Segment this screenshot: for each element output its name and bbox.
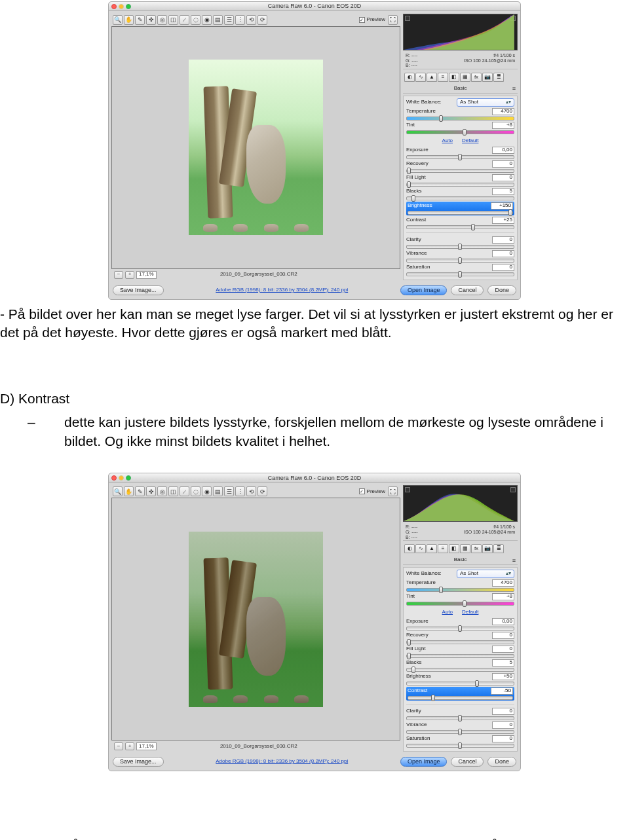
default-link[interactable]: Default xyxy=(462,609,478,616)
tab-fx-icon[interactable]: fx xyxy=(471,73,482,82)
zoom-tool-icon[interactable]: 🔍 xyxy=(113,15,123,25)
wb-eyedropper-icon[interactable]: ✎ xyxy=(135,486,145,496)
panel-menu-icon[interactable]: ≡ xyxy=(512,84,516,92)
fullscreen-icon[interactable]: ⛶ xyxy=(388,15,398,25)
wb-eyedropper-icon[interactable]: ✎ xyxy=(135,15,145,25)
zoom-out-button[interactable]: − xyxy=(114,271,123,279)
clarity-slider[interactable]: Clarity0 xyxy=(406,708,514,720)
zoom-tool-icon[interactable]: 🔍 xyxy=(113,486,123,496)
workflow-link[interactable]: Adobe RGB (1998): 8 bit: 2336 by 3504 (8… xyxy=(164,287,400,294)
tint-slider[interactable]: Tint+8 xyxy=(406,122,514,134)
open-image-button[interactable]: Open Image xyxy=(400,757,448,767)
filllight-value[interactable]: 0 xyxy=(492,646,514,653)
saturation-slider[interactable]: Saturation0 xyxy=(406,735,514,748)
brightness-slider-highlighted[interactable]: Brightness+150 xyxy=(406,202,514,215)
wb-select[interactable]: As Shot▴▾ xyxy=(457,98,514,107)
temperature-slider[interactable]: Temperature4700 xyxy=(406,108,514,120)
rotate-cw-icon[interactable]: ⟳ xyxy=(257,486,267,496)
blacks-slider[interactable]: Blacks5 xyxy=(406,188,514,200)
clarity-slider[interactable]: Clarity0 xyxy=(406,236,514,249)
hand-tool-icon[interactable]: ✋ xyxy=(124,486,134,496)
exposure-value[interactable]: 0,00 xyxy=(492,147,514,154)
vibrance-value[interactable]: 0 xyxy=(492,250,514,257)
prefs-icon[interactable]: ⋮ xyxy=(235,15,245,25)
tab-presets-icon[interactable]: ≣ xyxy=(493,73,504,82)
target-adjust-icon[interactable]: ◎ xyxy=(157,486,167,496)
tab-detail-icon[interactable]: ▲ xyxy=(427,73,437,82)
tab-presets-icon[interactable]: ≣ xyxy=(493,544,504,553)
temperature-value[interactable]: 4700 xyxy=(492,108,514,115)
brightness-value[interactable]: +50 xyxy=(492,673,514,680)
save-image-button[interactable]: Save Image... xyxy=(113,285,164,295)
workflow-link[interactable]: Adobe RGB (1998): 8 bit: 2336 by 3504 (8… xyxy=(164,758,400,765)
clarity-value[interactable]: 0 xyxy=(492,236,514,244)
saturation-slider[interactable]: Saturation0 xyxy=(406,264,514,276)
color-sampler-icon[interactable]: ✜ xyxy=(146,15,156,25)
zoom-in-button[interactable]: + xyxy=(125,742,134,750)
contrast-slider[interactable]: Contrast+25 xyxy=(406,217,514,229)
color-sampler-icon[interactable]: ✜ xyxy=(146,486,156,496)
rotate-ccw-icon[interactable]: ⟲ xyxy=(246,486,256,496)
brightness-slider[interactable]: Brightness+50 xyxy=(406,673,514,685)
clarity-value[interactable]: 0 xyxy=(492,708,514,715)
blacks-value[interactable]: 5 xyxy=(492,659,514,667)
recovery-value[interactable]: 0 xyxy=(492,632,514,639)
spot-removal-icon[interactable]: ◌ xyxy=(191,15,200,25)
brightness-value[interactable]: +150 xyxy=(491,202,513,210)
done-button[interactable]: Done xyxy=(487,757,516,767)
tab-detail-icon[interactable]: ▲ xyxy=(427,544,437,553)
zoom-level[interactable]: 17,1% xyxy=(136,742,157,750)
tab-curve-icon[interactable]: ∿ xyxy=(415,544,426,553)
zoom-out-button[interactable]: − xyxy=(114,742,123,750)
default-link[interactable]: Default xyxy=(462,137,478,145)
crop-tool-icon[interactable]: ◫ xyxy=(168,486,178,496)
auto-link[interactable]: Auto xyxy=(442,137,453,145)
tab-lens-icon[interactable]: ▦ xyxy=(460,73,470,82)
preview-checkbox[interactable]: ✓ Preview xyxy=(359,16,385,24)
redeye-tool-icon[interactable]: ◉ xyxy=(202,486,212,496)
redeye-tool-icon[interactable]: ◉ xyxy=(202,15,212,25)
crop-tool-icon[interactable]: ◫ xyxy=(168,15,178,25)
zoom-in-button[interactable]: + xyxy=(125,271,134,279)
auto-link[interactable]: Auto xyxy=(442,609,453,616)
saturation-value[interactable]: 0 xyxy=(492,735,514,742)
image-viewport[interactable] xyxy=(111,26,400,269)
tab-fx-icon[interactable]: fx xyxy=(471,544,482,553)
straighten-tool-icon[interactable]: ⟋ xyxy=(180,15,189,25)
tint-value[interactable]: +8 xyxy=(492,593,514,600)
tab-basic-icon[interactable]: ◐ xyxy=(404,73,415,82)
rotate-cw-icon[interactable]: ⟳ xyxy=(257,15,267,25)
adjustment-brush-icon[interactable]: ▤ xyxy=(213,486,223,496)
vibrance-slider[interactable]: Vibrance0 xyxy=(406,250,514,263)
exposure-slider[interactable]: Exposure0,00 xyxy=(406,618,514,630)
tab-camera-icon[interactable]: 📷 xyxy=(482,544,493,553)
exposure-value[interactable]: 0,00 xyxy=(492,618,514,625)
vibrance-slider[interactable]: Vibrance0 xyxy=(406,721,514,734)
save-image-button[interactable]: Save Image... xyxy=(113,757,164,767)
wb-select[interactable]: As Shot▴▾ xyxy=(457,570,514,578)
cancel-button[interactable]: Cancel xyxy=(451,285,484,295)
tab-hsl-icon[interactable]: ≡ xyxy=(438,544,448,553)
rotate-ccw-icon[interactable]: ⟲ xyxy=(246,15,256,25)
recovery-value[interactable]: 0 xyxy=(492,160,514,168)
graduated-filter-icon[interactable]: ☰ xyxy=(224,486,234,496)
tab-lens-icon[interactable]: ▦ xyxy=(460,544,470,553)
cancel-button[interactable]: Cancel xyxy=(451,757,484,767)
filllight-slider[interactable]: Fill Light0 xyxy=(406,646,514,658)
hand-tool-icon[interactable]: ✋ xyxy=(124,15,134,25)
preview-checkbox[interactable]: ✓ Preview xyxy=(359,488,385,496)
contrast-value[interactable]: +25 xyxy=(492,217,514,224)
panel-menu-icon[interactable]: ≡ xyxy=(512,557,516,564)
contrast-slider-highlighted[interactable]: Contrast-50 xyxy=(406,687,514,701)
adjustment-brush-icon[interactable]: ▤ xyxy=(213,15,223,25)
open-image-button[interactable]: Open Image xyxy=(400,285,448,295)
tab-basic-icon[interactable]: ◐ xyxy=(404,544,415,553)
blacks-slider[interactable]: Blacks5 xyxy=(406,659,514,672)
graduated-filter-icon[interactable]: ☰ xyxy=(224,15,234,25)
saturation-value[interactable]: 0 xyxy=(492,264,514,271)
tint-slider[interactable]: Tint+8 xyxy=(406,593,514,606)
tab-camera-icon[interactable]: 📷 xyxy=(482,73,493,82)
image-viewport[interactable] xyxy=(111,498,400,740)
spot-removal-icon[interactable]: ◌ xyxy=(191,486,200,496)
target-adjust-icon[interactable]: ◎ xyxy=(157,15,167,25)
